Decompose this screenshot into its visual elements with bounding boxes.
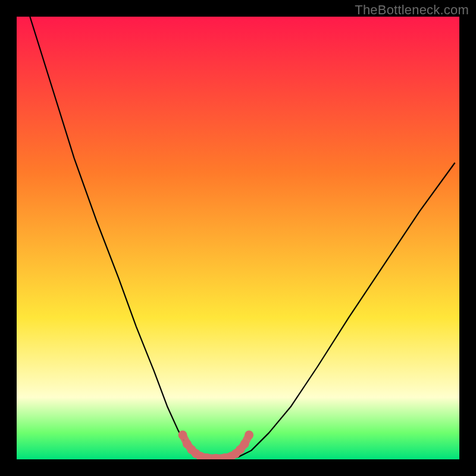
plot-background [17, 17, 459, 459]
chart-svg [0, 0, 476, 476]
chart-stage: TheBottleneck.com [0, 0, 476, 476]
valley-dot [178, 431, 187, 440]
watermark-text: TheBottleneck.com [355, 2, 469, 18]
valley-dot [240, 439, 249, 448]
valley-dot [245, 431, 253, 440]
